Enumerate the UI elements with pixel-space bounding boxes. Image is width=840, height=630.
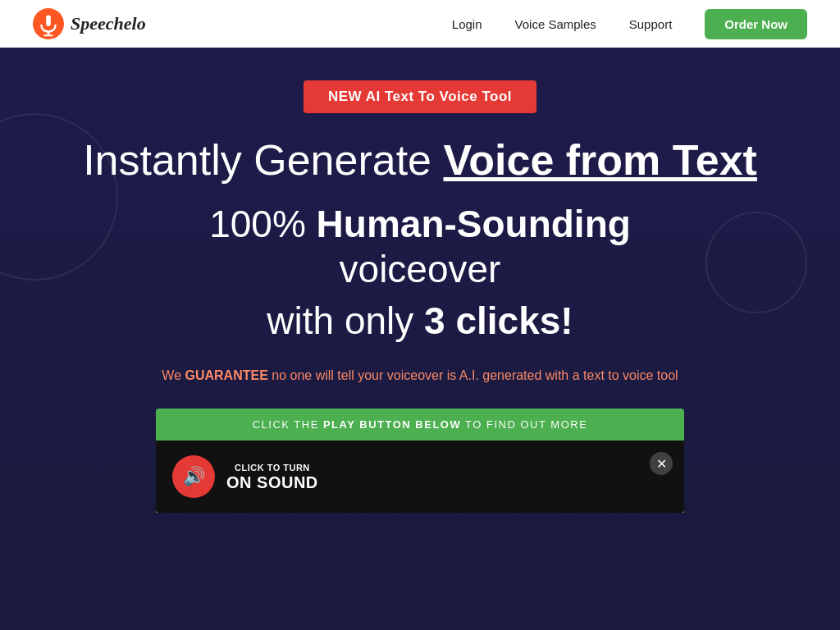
logo-icon xyxy=(33,8,64,39)
on-sound-text: ON SOUND xyxy=(226,473,318,492)
logo: Speechelo xyxy=(33,8,146,39)
subheadline-text-2: Human-Sounding xyxy=(317,203,631,245)
subheadline-text-1: 100% xyxy=(209,203,316,245)
logo-text: Speechelo xyxy=(71,13,146,34)
hero-headline: Instantly Generate Voice from Text xyxy=(49,136,791,185)
svg-rect-3 xyxy=(43,34,52,36)
play-sound-button[interactable]: 🔊 xyxy=(172,455,215,498)
subheadline-text-3: voiceover xyxy=(340,248,501,290)
guarantee-keyword: GUARANTEE xyxy=(185,368,267,382)
clicks-text-1: with only xyxy=(267,299,424,342)
guarantee-text: We GUARANTEE no one will tell your voice… xyxy=(49,366,791,386)
video-player: 🔊 CLICK TO TURN ON SOUND ✕ xyxy=(156,441,684,513)
video-label: CLICK THE PLAY BUTTON BELOW TO FIND OUT … xyxy=(156,409,684,441)
hero-clicks: with only 3 clicks! xyxy=(49,299,791,343)
click-text: CLICK TO TURN xyxy=(226,462,318,473)
video-label-bold: PLAY BUTTON BELOW xyxy=(323,418,461,431)
speaker-icon: 🔊 xyxy=(183,466,205,487)
click-to-sound-label: CLICK TO TURN ON SOUND xyxy=(226,462,318,492)
voice-samples-link[interactable]: Voice Samples xyxy=(515,17,596,31)
badge-button[interactable]: NEW AI Text To Voice Tool xyxy=(304,80,536,113)
guarantee-we: We xyxy=(162,368,185,382)
clicks-text-2: 3 clicks! xyxy=(424,299,573,342)
video-section: CLICK THE PLAY BUTTON BELOW TO FIND OUT … xyxy=(156,409,684,513)
support-link[interactable]: Support xyxy=(629,17,673,31)
order-now-button[interactable]: Order Now xyxy=(705,9,807,39)
login-link[interactable]: Login xyxy=(452,17,482,31)
close-button[interactable]: ✕ xyxy=(650,452,673,475)
guarantee-rest: no one will tell your voiceover is A.I. … xyxy=(268,368,678,382)
navbar: Speechelo Login Voice Samples Support Or… xyxy=(0,0,840,48)
hero-subheadline: 100% Human-Sounding voiceover xyxy=(49,202,791,292)
svg-rect-1 xyxy=(46,16,51,26)
nav-links: Login Voice Samples Support Order Now xyxy=(452,9,807,39)
hero-section: NEW AI Text To Voice Tool Instantly Gene… xyxy=(0,48,840,537)
headline-text-1: Instantly Generate xyxy=(83,136,443,184)
video-label-text-2: TO FIND OUT MORE xyxy=(461,418,587,431)
headline-text-2: Voice from Text xyxy=(443,136,756,184)
video-label-text-1: CLICK THE xyxy=(253,418,323,431)
svg-rect-2 xyxy=(48,32,50,35)
